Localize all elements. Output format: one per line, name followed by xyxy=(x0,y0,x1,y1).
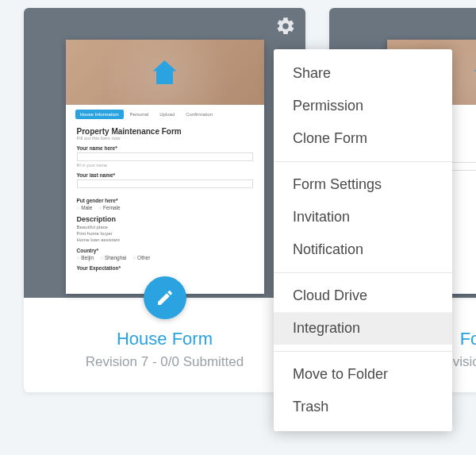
thumbnail-form-sub: Fill out this form now xyxy=(77,136,253,141)
card-preview: House Information Personal Upload Confir… xyxy=(24,8,305,298)
house-icon xyxy=(153,60,177,84)
menu-separator xyxy=(274,272,452,273)
thumbnail-hint: fill in your name xyxy=(77,163,253,168)
card-settings-menu: Share Permission Clone Form Form Setting… xyxy=(274,49,452,431)
thumbnail-tab: Upload xyxy=(155,110,179,119)
menu-item-clone-form[interactable]: Clone Form xyxy=(274,122,452,155)
thumbnail-tab: Confirmation xyxy=(181,110,217,119)
thumbnail-lines: Beautiful place First home buyer Home lo… xyxy=(77,225,253,243)
gear-icon[interactable] xyxy=(275,16,296,37)
thumbnail-radio-row: Beijin Shanghai Other xyxy=(77,255,253,260)
thumbnail-label: Your Expectation* xyxy=(77,265,253,271)
menu-item-cloud-drive[interactable]: Cloud Drive xyxy=(274,280,452,312)
thumbnail-radio: Female xyxy=(98,205,120,210)
card-title[interactable]: House Form xyxy=(32,329,298,349)
thumbnail-section: Description xyxy=(77,215,253,223)
thumbnail-label: Your name here* xyxy=(77,145,253,151)
thumbnail-radio: Male xyxy=(77,205,93,210)
thumbnail-tab: House Information xyxy=(75,110,124,119)
form-thumbnail: House Information Personal Upload Confir… xyxy=(66,40,264,294)
card-subtitle: Revision 7 - 0/0 Submitted xyxy=(32,354,298,370)
menu-item-integration[interactable]: Integration xyxy=(274,312,452,345)
thumbnail-radio: Other xyxy=(132,255,150,260)
thumbnail-tabs: House Information Personal Upload Confir… xyxy=(66,105,264,119)
menu-separator xyxy=(274,161,452,162)
thumbnail-radio: Beijin xyxy=(77,255,94,260)
thumbnail-tab: Personal xyxy=(125,110,154,119)
thumbnail-input xyxy=(77,152,253,161)
edit-button[interactable] xyxy=(144,276,186,319)
menu-item-share[interactable]: Share xyxy=(274,57,452,90)
menu-item-permission[interactable]: Permission xyxy=(274,90,452,122)
thumbnail-hero xyxy=(66,40,264,105)
menu-item-trash[interactable]: Trash xyxy=(274,391,452,423)
menu-separator xyxy=(274,351,452,352)
menu-item-invitation[interactable]: Invitation xyxy=(274,201,452,233)
thumbnail-label: Country* xyxy=(77,248,253,253)
thumbnail-radio-row: Male Female xyxy=(77,205,253,210)
form-card: House Information Personal Upload Confir… xyxy=(24,8,305,392)
menu-item-move-to-folder[interactable]: Move to Folder xyxy=(274,358,452,391)
thumbnail-form-title: Property Maintenance Form xyxy=(77,127,253,136)
menu-item-notification[interactable]: Notification xyxy=(274,233,452,266)
thumbnail-label: Your last name* xyxy=(77,172,253,178)
thumbnail-radio: Shanghai xyxy=(100,255,126,260)
thumbnail-label: Put gender here* xyxy=(77,198,253,203)
thumbnail-input xyxy=(77,179,253,188)
menu-item-form-settings[interactable]: Form Settings xyxy=(274,168,452,201)
pencil-icon xyxy=(155,288,175,307)
